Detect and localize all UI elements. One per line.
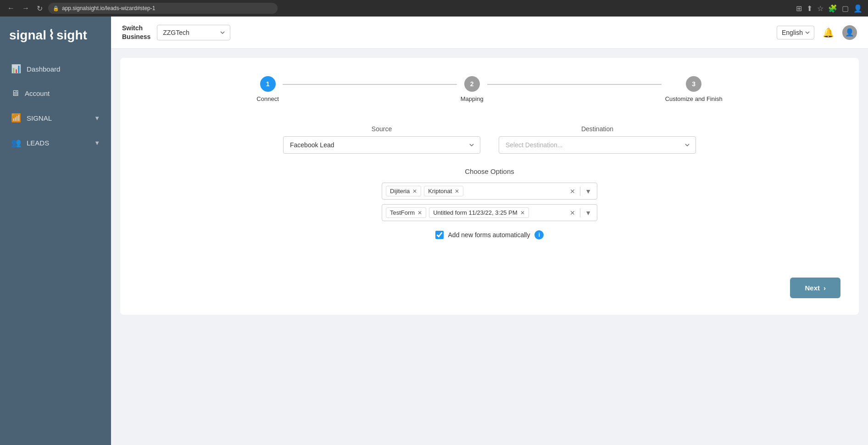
url-text: app.signalsight.io/leads-wizard#step-1 bbox=[62, 5, 155, 11]
profile-icon[interactable]: 👤 bbox=[853, 4, 862, 13]
tag-dijiteria-close[interactable]: ✕ bbox=[412, 188, 417, 195]
sidebar-nav: 📊 Dashboard 🖥 Account 📶 SIGNAL ▼ 👥 LEADS… bbox=[0, 52, 111, 160]
sidebar-item-signal-label: SIGNAL bbox=[27, 114, 52, 122]
source-field-group: Source Facebook Lead bbox=[283, 125, 480, 154]
step-3: 3 Customize and Finish bbox=[665, 76, 723, 102]
reload-button[interactable]: ↻ bbox=[35, 3, 45, 14]
row1-clear-button[interactable]: ✕ bbox=[568, 187, 577, 196]
extension-icon[interactable]: 🧩 bbox=[828, 4, 837, 13]
tag-dijiteria-label: Dijiteria bbox=[390, 188, 410, 195]
destination-select[interactable]: Select Destination... bbox=[499, 136, 696, 154]
url-bar[interactable]: 🔒 app.signalsight.io/leads-wizard#step-1 bbox=[48, 3, 278, 14]
tag-untitled-form-label: Untitled form 11/23/22, 3:25 PM bbox=[433, 209, 517, 216]
step-1: 1 Connect bbox=[256, 76, 278, 102]
top-header: SwitchBusiness ZZGTech English 🔔 👤 bbox=[111, 17, 868, 49]
add-forms-label: Add new forms automatically bbox=[448, 231, 530, 239]
logo: signal⌇sight bbox=[9, 28, 102, 43]
business-select[interactable]: ZZGTech bbox=[157, 25, 230, 40]
step-1-label: Connect bbox=[256, 95, 278, 102]
step-1-circle: 1 bbox=[260, 76, 276, 92]
sidebar-item-account-label: Account bbox=[25, 89, 50, 97]
browser-actions: ⊞ ⬆ ☆ 🧩 ▢ 👤 bbox=[796, 4, 862, 13]
step-3-label: Customize and Finish bbox=[665, 95, 723, 102]
leads-chevron-icon: ▼ bbox=[94, 139, 100, 146]
switch-business-area: SwitchBusiness ZZGTech bbox=[122, 24, 230, 40]
tag-kriptonat-close[interactable]: ✕ bbox=[455, 188, 459, 195]
add-forms-row: Add new forms automatically i bbox=[283, 230, 696, 239]
lock-icon: 🔒 bbox=[53, 6, 59, 11]
step-3-circle: 3 bbox=[686, 76, 701, 92]
step-line-2-3 bbox=[487, 84, 662, 85]
next-arrow-icon: › bbox=[823, 284, 826, 292]
switch-business-label: SwitchBusiness bbox=[122, 24, 150, 40]
add-forms-checkbox[interactable] bbox=[435, 231, 444, 239]
destination-label: Destination bbox=[499, 125, 696, 133]
step-2-label: Mapping bbox=[461, 95, 484, 102]
stepper: 1 Connect 2 Mapping 3 bbox=[139, 76, 840, 102]
tag-kriptonat-label: Kriptonat bbox=[428, 188, 452, 195]
source-label: Source bbox=[283, 125, 480, 133]
choose-options-section: Choose Options Dijiteria ✕ Kriptonat ✕ bbox=[283, 167, 696, 239]
tag-untitled-form: Untitled form 11/23/22, 3:25 PM ✕ bbox=[429, 207, 529, 218]
tag-testform: TestForm ✕ bbox=[386, 207, 426, 218]
sidebar-item-leads[interactable]: 👥 LEADS ▼ bbox=[0, 130, 111, 155]
header-right: English 🔔 👤 bbox=[777, 25, 857, 40]
language-select[interactable]: English bbox=[777, 26, 814, 39]
logo-area: signal⌇sight bbox=[0, 17, 111, 52]
avatar[interactable]: 👤 bbox=[842, 25, 857, 40]
tag-untitled-form-close[interactable]: ✕ bbox=[520, 210, 525, 216]
row2-dropdown-button[interactable]: ▼ bbox=[583, 208, 593, 217]
sidebar-item-signal[interactable]: 📶 SIGNAL ▼ bbox=[0, 106, 111, 130]
translate-icon[interactable]: ⊞ bbox=[796, 4, 802, 13]
signal-icon: 📶 bbox=[11, 113, 21, 123]
row1-divider bbox=[580, 187, 580, 196]
row2-clear-button[interactable]: ✕ bbox=[568, 208, 577, 217]
signal-chevron-icon: ▼ bbox=[94, 115, 100, 122]
main-content: 1 Connect 2 Mapping 3 bbox=[111, 49, 868, 445]
dashboard-icon: 📊 bbox=[11, 64, 21, 74]
step-2: 2 Mapping bbox=[461, 76, 484, 102]
info-icon[interactable]: i bbox=[534, 230, 544, 239]
source-dest-row: Source Facebook Lead Destination Select … bbox=[283, 125, 696, 154]
sidebar: signal⌇sight 📊 Dashboard 🖥 Account 📶 SIG… bbox=[0, 17, 111, 445]
next-button-label: Next bbox=[805, 284, 820, 292]
row2-divider bbox=[580, 208, 580, 217]
notification-bell-icon[interactable]: 🔔 bbox=[821, 25, 836, 40]
logo-signal-text: signal bbox=[9, 28, 46, 43]
sidebar-item-dashboard[interactable]: 📊 Dashboard bbox=[0, 56, 111, 81]
source-select[interactable]: Facebook Lead bbox=[283, 136, 480, 154]
options-row-1: Dijiteria ✕ Kriptonat ✕ ✕ ▼ bbox=[382, 183, 597, 200]
share-icon[interactable]: ⬆ bbox=[807, 4, 812, 13]
wizard-card: 1 Connect 2 Mapping 3 bbox=[120, 58, 859, 315]
tag-dijiteria: Dijiteria ✕ bbox=[386, 186, 421, 196]
tag-testform-label: TestForm bbox=[390, 209, 415, 216]
step-line-1-2 bbox=[283, 84, 457, 85]
browser-bar: ← → ↻ 🔒 app.signalsight.io/leads-wizard#… bbox=[0, 0, 868, 17]
destination-field-group: Destination Select Destination... bbox=[499, 125, 696, 154]
next-button[interactable]: Next › bbox=[790, 278, 840, 298]
star-icon[interactable]: ☆ bbox=[817, 4, 823, 13]
row1-dropdown-button[interactable]: ▼ bbox=[583, 187, 593, 196]
forward-button[interactable]: → bbox=[20, 3, 31, 13]
logo-wave: ⌇ bbox=[48, 28, 55, 43]
account-icon: 🖥 bbox=[11, 89, 19, 98]
app-layout: signal⌇sight 📊 Dashboard 🖥 Account 📶 SIG… bbox=[0, 17, 868, 445]
step-2-circle: 2 bbox=[464, 76, 480, 92]
sidebar-item-dashboard-label: Dashboard bbox=[27, 65, 60, 73]
sidebar-item-account[interactable]: 🖥 Account bbox=[0, 81, 111, 106]
sidebar-item-leads-label: LEADS bbox=[27, 139, 49, 147]
window-icon[interactable]: ▢ bbox=[842, 4, 849, 13]
options-row-2: TestForm ✕ Untitled form 11/23/22, 3:25 … bbox=[382, 204, 597, 221]
tag-testform-close[interactable]: ✕ bbox=[417, 210, 422, 216]
tag-kriptonat: Kriptonat ✕ bbox=[424, 186, 463, 196]
choose-options-label: Choose Options bbox=[283, 167, 696, 175]
form-section: Source Facebook Lead Destination Select … bbox=[283, 125, 696, 239]
back-button[interactable]: ← bbox=[6, 3, 17, 13]
leads-icon: 👥 bbox=[11, 138, 21, 148]
logo-sight-text: sight bbox=[56, 28, 87, 43]
